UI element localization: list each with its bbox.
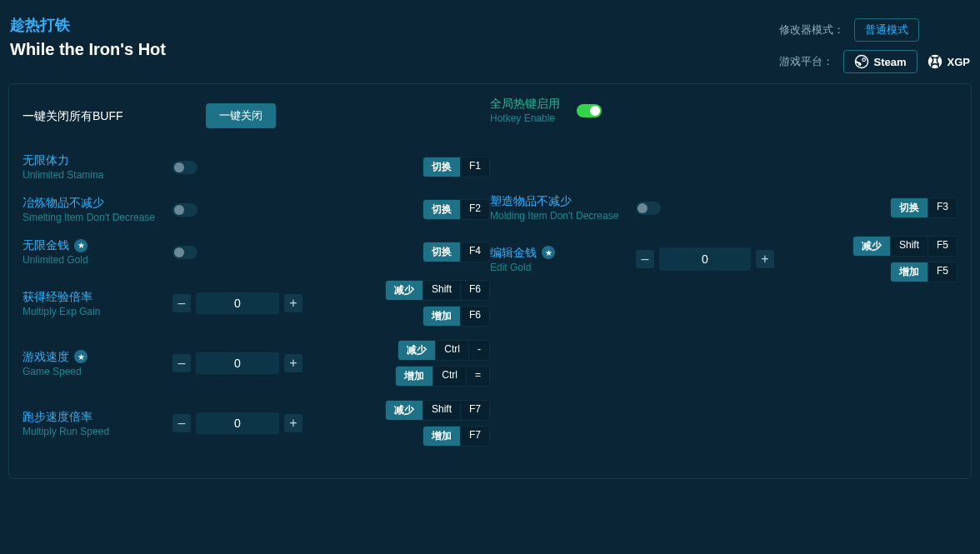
cheat-toggle[interactable] [172, 203, 198, 217]
cheat-row: 跑步速度倍率Multiply Run Speed–+减少ShiftF7增加F7 [22, 393, 490, 453]
disable-all-button[interactable]: 一键关闭 [206, 103, 276, 128]
hotkey-badge: 增加Ctrl= [395, 366, 490, 387]
cheat-label-en: Unlimited Gold [22, 253, 172, 267]
steam-icon [854, 54, 869, 69]
game-title-cn: 趁热打铁 [10, 15, 166, 35]
platform-xgp-button[interactable]: XGP [928, 54, 970, 69]
hotkey-badge: 减少Ctrl- [398, 340, 490, 361]
cheat-label-cn: 编辑金钱★ [490, 245, 636, 261]
cheat-label-cn: 冶炼物品不减少 [22, 195, 172, 211]
hotkey-badge: 减少ShiftF5 [852, 236, 958, 257]
cheat-row: 获得经验倍率Multiply Exp Gain–+减少ShiftF6增加F6 [22, 273, 490, 333]
svg-point-3 [862, 58, 865, 61]
increment-button[interactable]: + [284, 414, 302, 432]
cheat-label-cn: 无限体力 [22, 152, 172, 168]
hotkey-badge: 增加F6 [422, 306, 490, 327]
cheat-row: 冶炼物品不减少Smelting Item Don't Decrease切换F2 [22, 188, 490, 231]
cheat-label-cn: 游戏速度★ [22, 349, 172, 365]
value-input[interactable] [196, 412, 279, 434]
increment-button[interactable]: + [284, 354, 302, 372]
disable-all-label: 一键关闭所有BUFF [22, 108, 172, 124]
cheat-toggle[interactable] [172, 246, 198, 259]
value-input[interactable] [659, 247, 751, 271]
cheat-toggle[interactable] [636, 202, 661, 215]
mode-button[interactable]: 普通模式 [854, 18, 919, 42]
hotkey-badge: 减少ShiftF7 [385, 400, 490, 421]
platform-label: 游戏平台： [779, 54, 833, 69]
cheat-row: 塑造物品不减少Molding Item Don't Decrease切换F3 [490, 187, 958, 229]
increment-button[interactable]: + [756, 250, 774, 268]
platform-steam-button[interactable]: Steam [843, 50, 918, 73]
hotkey-badge: 减少ShiftF6 [385, 280, 490, 301]
hotkey-badge: 增加F7 [422, 426, 490, 447]
hotkey-badge: 切换F4 [422, 242, 490, 262]
platform-steam-label: Steam [874, 56, 907, 68]
star-icon: ★ [74, 239, 88, 252]
cheat-label-en: Game Speed [22, 365, 172, 378]
decrement-button[interactable]: – [172, 354, 191, 372]
platform-xgp-label: XGP [948, 56, 970, 68]
xbox-icon [928, 54, 942, 69]
svg-point-6 [928, 55, 942, 69]
cheat-row: 无限体力Unlimited Stamina切换F1 [22, 146, 490, 188]
increment-button[interactable]: + [284, 294, 302, 312]
hotkey-badge: 切换F2 [422, 199, 490, 220]
value-input[interactable] [196, 352, 279, 374]
hotkey-badge: 增加F5 [890, 262, 958, 282]
cheat-label-en: Smelting Item Don't Decrease [22, 211, 172, 224]
cheat-row: 编辑金钱★Edit Gold–+减少ShiftF5增加F5 [490, 229, 958, 289]
cheat-label-en: Multiply Run Speed [22, 425, 172, 438]
cheat-label-cn: 获得经验倍率 [22, 289, 172, 305]
hotkey-enable-label-en: Hotkey Enable [490, 112, 560, 125]
cheat-row: 游戏速度★Game Speed–+减少Ctrl-增加Ctrl= [22, 333, 490, 393]
cheat-label-cn: 塑造物品不减少 [490, 193, 636, 209]
star-icon: ★ [74, 350, 88, 363]
hotkey-badge: 切换F3 [890, 197, 958, 218]
cheat-toggle[interactable] [172, 161, 198, 174]
cheat-label-cn: 无限金钱★ [22, 237, 172, 253]
decrement-button[interactable]: – [172, 414, 191, 432]
value-input[interactable] [196, 292, 279, 314]
cheat-label-en: Molding Item Don't Decrease [490, 209, 636, 222]
game-title-en: While the Iron's Hot [10, 40, 166, 59]
cheat-label-cn: 跑步速度倍率 [22, 409, 172, 425]
mode-label: 修改器模式： [779, 22, 844, 37]
cheat-label-en: Unlimited Stamina [22, 168, 172, 182]
cheat-label-en: Edit Gold [490, 261, 636, 274]
decrement-button[interactable]: – [636, 250, 654, 268]
decrement-button[interactable]: – [172, 294, 191, 312]
hotkey-badge: 切换F1 [422, 157, 490, 177]
hotkey-enable-label-cn: 全局热键启用 [490, 96, 560, 112]
star-icon: ★ [542, 246, 555, 259]
cheat-label-en: Multiply Exp Gain [22, 305, 172, 318]
hotkey-enable-toggle[interactable] [577, 104, 602, 117]
cheat-row: 无限金钱★Unlimited Gold切换F4 [22, 231, 490, 273]
